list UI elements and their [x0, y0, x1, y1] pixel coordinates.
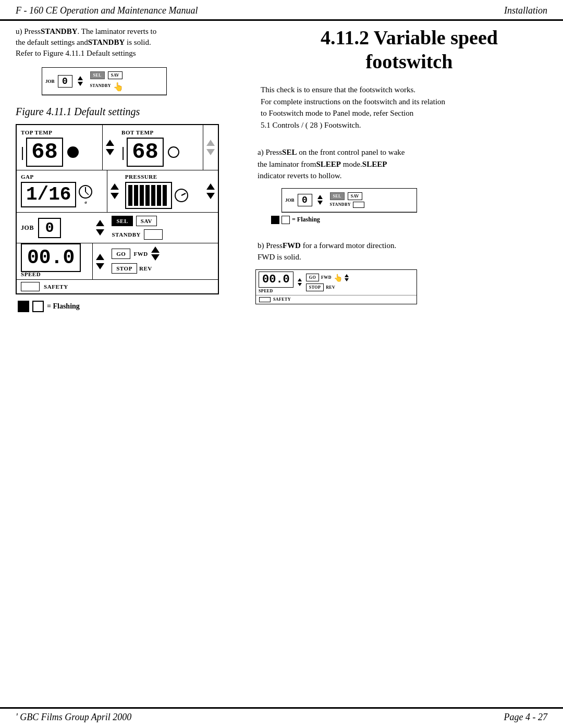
step-b-text: b) PressFWD for a forward motor directio… [255, 240, 553, 263]
sel-sav-area: SEL SAV STANDBY [107, 213, 218, 243]
ssp-stop-button[interactable]: STOP [306, 283, 324, 291]
sp-a-sel-button[interactable]: SEL [330, 192, 345, 200]
bot-temp-label: BOT TEMP [121, 129, 200, 135]
ssp-safety-row: SAFETY [256, 295, 417, 304]
ssp-arrow-up [298, 278, 302, 281]
ssp-speed-arrows [298, 278, 302, 286]
right-intro-text: This check is to ensure that the footswi… [255, 84, 553, 131]
sp-btn-row: SEL SAV [90, 71, 161, 79]
arrow-up-fwd[interactable] [151, 246, 160, 253]
gap-cell: GAP 1/16 σ [17, 170, 107, 212]
go-button[interactable]: GO [112, 249, 130, 259]
bot-temp-cell: BOT TEMP | 68 [117, 125, 203, 170]
ssp-go-button[interactable]: GO [306, 274, 319, 281]
arrow-down-job[interactable] [96, 229, 104, 236]
small-panel-step-a: JOB 0 SEL SAV STANDBY [282, 188, 417, 213]
ssp-go-fwd-row: GO FWD 👆 [306, 273, 349, 282]
sel-sav-row: SEL SAV [112, 216, 214, 226]
panel-row-speed: 00.0 SPEED GO FWD [17, 243, 218, 280]
pbar-7 [163, 185, 167, 206]
arrow-down-bot-temp[interactable] [206, 149, 215, 155]
sp-sel-button[interactable]: SEL [90, 71, 105, 79]
sp-a-job-digit: 0 [298, 194, 312, 206]
intro-line-3: Refer to Figure 4.11.1 Default settings [16, 48, 240, 59]
sel-button[interactable]: SEL [112, 216, 132, 226]
sp-job-label: JOB [45, 79, 55, 84]
sp-a-standby-row: STANDBY [330, 202, 411, 208]
sp-sav-button[interactable]: SAV [108, 71, 123, 79]
gap-arrows [107, 170, 122, 212]
sp-a-sav-button[interactable]: SAV [348, 192, 362, 200]
pbar-6 [157, 185, 161, 206]
header-right: Installation [504, 5, 547, 16]
arrow-up-bot-temp[interactable] [206, 140, 215, 146]
arrow-down-speed[interactable] [96, 263, 104, 269]
job-cell: JOB 0 [17, 213, 93, 243]
safety-box[interactable] [21, 282, 40, 291]
header-left: F - 160 CE Operation and Maintenance Man… [16, 5, 198, 16]
arrow-up-pressure[interactable] [206, 183, 215, 190]
rtext-line2: For complete instructions on the footswi… [261, 96, 553, 108]
panel-row-gap-pressure: GAP 1/16 σ [17, 170, 218, 213]
step-a-line1: a) PressSEL on the front control panel t… [258, 146, 553, 158]
ssp-go-stop: GO FWD 👆 STOP REV [306, 273, 349, 291]
go-fwd-row: GO FWD [112, 246, 216, 261]
fwd-arrows [151, 246, 160, 261]
sav-button[interactable]: SAV [136, 216, 157, 226]
flash-black-icon [18, 301, 29, 312]
pressure-display [125, 182, 201, 209]
content-area: u) PressSTANDBY. The laminator reverts t… [0, 21, 563, 697]
svg-line-4 [181, 193, 186, 195]
pbar-4 [145, 185, 150, 206]
ssp-stop-rev-row: STOP REV [306, 283, 349, 291]
footer-right: Page 4 - 27 [504, 712, 547, 723]
step-b-line1: b) PressFWD for a forward motor directio… [258, 240, 553, 252]
step-b-line2: FWD is solid. [258, 251, 553, 263]
ssp-arrow-down-fwd [345, 278, 349, 281]
rtext-line4: 5.1 Controls / ( 28 ) Footswitch. [261, 119, 553, 131]
section-title: 4.11.2 Variable speed footswitch [255, 26, 553, 73]
sp-arrow-up [78, 76, 83, 80]
sp-job-digit: 0 [58, 75, 72, 88]
left-column: u) PressSTANDBY. The laminator reverts t… [0, 21, 250, 665]
standby-box[interactable] [144, 229, 163, 240]
sp-standby-label: STANDBY [90, 83, 111, 88]
arrow-down-top-temp[interactable] [106, 149, 114, 155]
job-label: JOB [21, 224, 34, 232]
gap-sub-label: σ [84, 200, 87, 205]
rev-label: REV [139, 265, 152, 272]
ssp-safety-label: SAFETY [273, 297, 291, 302]
small-panel-step-a-container: JOB 0 SEL SAV STANDBY [266, 188, 553, 213]
panel-row-job: JOB 0 SEL SAV STANDBY [17, 213, 218, 243]
sp-a-standby-label: STANDBY [330, 202, 351, 207]
pressure-bars [125, 182, 172, 209]
speed-arrows [93, 243, 107, 279]
panel-row-safety: SAFETY [17, 280, 218, 293]
step-a-text: a) PressSEL on the front control panel t… [255, 146, 553, 182]
ssp-speed-row: 00.0 SPEED GO FWD 👆 [256, 270, 417, 295]
arrow-up-top-temp[interactable] [106, 140, 114, 146]
sp-a-btn-row: SEL SAV [330, 192, 411, 200]
ssp-speed-cell: 00.0 SPEED [259, 272, 293, 293]
arrow-up-speed[interactable] [96, 254, 104, 260]
small-panel-step-b-container: 00.0 SPEED GO FWD 👆 [255, 269, 553, 304]
arrow-up-job[interactable] [96, 220, 104, 226]
step-a-line2: the laminator fromSLEEP mode.SLEEP [258, 158, 553, 170]
footer-left: ' GBC Films Group April 2000 [16, 712, 131, 723]
intro-line-2: the default settings andSTANDBY is solid… [16, 37, 240, 48]
arrow-down-gap[interactable] [111, 193, 119, 199]
gap-display: 1/16 σ [21, 182, 105, 207]
figure-label: Figure 4.11.1 Default settings [16, 106, 240, 118]
speed-value: 00.0 [21, 243, 81, 272]
sp-arrow-down [78, 82, 83, 86]
ssp-rev-label: REV [326, 285, 335, 290]
section-title-line2: footswitch [266, 50, 553, 74]
sp-row-job: JOB 0 SEL SAV STANDBY [42, 68, 166, 95]
arrow-down-fwd[interactable] [151, 254, 160, 261]
standby-label: STANDBY [112, 231, 141, 238]
speed-cell: 00.0 SPEED [17, 243, 93, 279]
arrow-up-gap[interactable] [111, 183, 119, 190]
flash-black-icon-sm [271, 216, 279, 224]
stop-button[interactable]: STOP [112, 263, 137, 274]
arrow-down-pressure[interactable] [206, 193, 215, 199]
